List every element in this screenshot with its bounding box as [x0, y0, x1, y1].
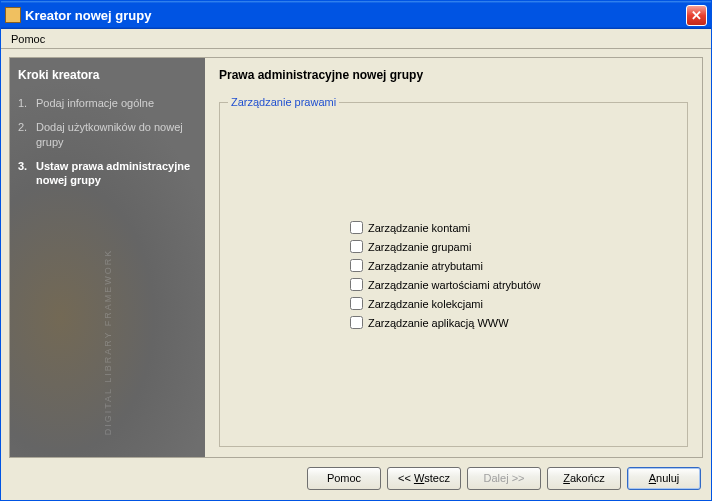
finish-button[interactable]: Zakończ [547, 467, 621, 490]
step-num: 3. [18, 159, 36, 188]
close-icon: ✕ [691, 8, 702, 23]
step-item-2: 2. Dodaj użytkowników do nowej grupy [18, 120, 197, 149]
close-button[interactable]: ✕ [686, 5, 707, 26]
checkbox-row-groups: Zarządzanie grupami [350, 240, 677, 253]
button-bar: Pomoc << Wstecz Dalej >> Zakończ Anuluj [9, 458, 703, 492]
checkbox-label: Zarządzanie atrybutami [368, 260, 483, 272]
step-item-3: 3. Ustaw prawa administracyjne nowej gru… [18, 159, 197, 188]
step-label: Ustaw prawa administracyjne nowej grupy [36, 159, 197, 188]
right-panel: Prawa administracyjne nowej grupy Zarząd… [205, 58, 702, 457]
back-button[interactable]: << Wstecz [387, 467, 461, 490]
step-num: 1. [18, 96, 36, 110]
checkbox-row-accounts: Zarządzanie kontami [350, 221, 677, 234]
checkbox-row-attr-values: Zarządzanie wartościami atrybutów [350, 278, 677, 291]
step-num: 2. [18, 120, 36, 149]
sidebar-watermark: DIGITAL LIBRARY FRAMEWORK [103, 245, 113, 440]
checkbox-label: Zarządzanie aplikacją WWW [368, 317, 509, 329]
titlebar: Kreator nowej grupy ✕ [1, 1, 711, 29]
checkbox-accounts[interactable] [350, 221, 363, 234]
panel-title: Prawa administracyjne nowej grupy [219, 68, 688, 82]
checkbox-collections[interactable] [350, 297, 363, 310]
menu-help[interactable]: Pomoc [5, 31, 51, 47]
checkbox-attr-values[interactable] [350, 278, 363, 291]
cancel-button[interactable]: Anuluj [627, 467, 701, 490]
wizard-window: Kreator nowej grupy ✕ Pomoc Kroki kreato… [0, 0, 712, 501]
step-item-1: 1. Podaj informacje ogólne [18, 96, 197, 110]
rights-fieldset: Zarządzanie prawami Zarządzanie kontami … [219, 102, 688, 447]
step-label: Podaj informacje ogólne [36, 96, 197, 110]
next-button: Dalej >> [467, 467, 541, 490]
help-button[interactable]: Pomoc [307, 467, 381, 490]
checkbox-groups[interactable] [350, 240, 363, 253]
step-list: 1. Podaj informacje ogólne 2. Dodaj użyt… [18, 96, 197, 187]
menubar: Pomoc [1, 29, 711, 49]
checkbox-row-collections: Zarządzanie kolekcjami [350, 297, 677, 310]
checkbox-label: Zarządzanie kontami [368, 222, 470, 234]
checkbox-group: Zarządzanie kontami Zarządzanie grupami … [350, 221, 677, 329]
checkbox-label: Zarządzanie wartościami atrybutów [368, 279, 540, 291]
checkbox-www[interactable] [350, 316, 363, 329]
checkbox-row-attributes: Zarządzanie atrybutami [350, 259, 677, 272]
wizard-sidebar: Kroki kreatora 1. Podaj informacje ogóln… [10, 58, 205, 457]
checkbox-label: Zarządzanie grupami [368, 241, 471, 253]
sidebar-title: Kroki kreatora [18, 68, 197, 82]
main-area: Kroki kreatora 1. Podaj informacje ogóln… [9, 57, 703, 458]
step-label: Dodaj użytkowników do nowej grupy [36, 120, 197, 149]
checkbox-attributes[interactable] [350, 259, 363, 272]
app-icon [5, 7, 21, 23]
window-title: Kreator nowej grupy [25, 8, 686, 23]
fieldset-legend: Zarządzanie prawami [228, 96, 339, 108]
content-area: Kroki kreatora 1. Podaj informacje ogóln… [1, 49, 711, 500]
checkbox-label: Zarządzanie kolekcjami [368, 298, 483, 310]
checkbox-row-www: Zarządzanie aplikacją WWW [350, 316, 677, 329]
